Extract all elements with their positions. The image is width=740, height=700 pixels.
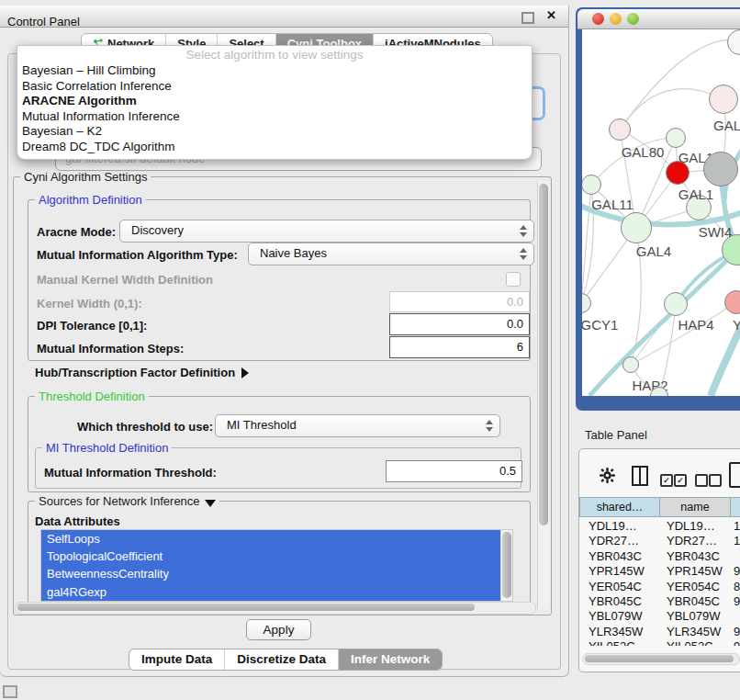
network-node[interactable] [709, 85, 738, 114]
algorithm-placeholder: Select algorithm to view settings [17, 46, 532, 63]
dpi-tolerance-label: DPI Tolerance [0,1]: [37, 319, 147, 333]
zoom-traffic-light[interactable] [627, 13, 639, 25]
attribute-item-selected[interactable]: SelfLoops [41, 530, 505, 548]
network-node[interactable] [666, 128, 686, 148]
stepper-arrows-icon [519, 248, 527, 260]
unchecked-checkbox-icon[interactable] [709, 474, 722, 487]
network-window-titlebar[interactable] [577, 9, 740, 29]
manual-kernel-checkbox[interactable] [506, 272, 521, 287]
mi-type-label: Mutual Information Algorithm Type: [37, 248, 238, 262]
network-node[interactable] [703, 152, 738, 186]
network-node[interactable] [582, 175, 601, 195]
network-node[interactable] [622, 356, 639, 373]
settings-hscrollbar-thumb[interactable] [17, 604, 475, 611]
mi-threshold-group-title: MI Threshold Definition [42, 441, 172, 455]
table-row[interactable]: YBR045CYBR045C9. [579, 594, 740, 609]
mi-threshold-field[interactable]: 0.5 [386, 460, 522, 482]
settings-horizontal-scrollbar[interactable] [15, 602, 536, 615]
float-window-icon[interactable] [521, 12, 534, 24]
table-horizontal-scrollbar[interactable] [582, 653, 740, 665]
kernel-width-field[interactable]: 0.0 [389, 291, 530, 312]
table-row[interactable]: YIL052CYIL052C9. [579, 639, 740, 646]
split-columns-icon[interactable] [632, 466, 648, 486]
network-node-label: GCY1 [582, 317, 618, 333]
apply-button[interactable]: Apply [246, 619, 311, 640]
network-node-label: GAL11 [591, 197, 633, 212]
tab-label: Impute Data [141, 652, 212, 666]
gear-icon[interactable] [600, 468, 615, 487]
network-node[interactable] [621, 212, 652, 243]
table-row[interactable]: YER054CYER054C8. [579, 580, 740, 594]
table-row[interactable]: YBR043CYBR043C [579, 549, 740, 564]
table-rows[interactable]: YDL19…YDL19…13 YDR27…YDR27…12 YBR043CYBR… [579, 519, 740, 646]
hub-section-toggle[interactable]: Hub/Transcription Factor Definition [35, 366, 249, 379]
column-header-cut[interactable] [730, 497, 740, 517]
checked-checkbox-icon[interactable]: ✓ [674, 474, 687, 487]
which-threshold-value: MI Threshold [227, 418, 297, 432]
control-panel-title: Control Panel [7, 15, 80, 28]
dock-panel-icon[interactable] [3, 685, 17, 698]
which-threshold-label: Which threshold to use: [77, 420, 213, 434]
network-view-window: GALGAL80GAL10GAL1GAL11GAL4SWI4GCY1HAP4YH… [576, 7, 740, 411]
mi-steps-value: 6 [517, 340, 523, 354]
sources-group-title[interactable]: Sources for Network Inference [35, 494, 219, 508]
mi-steps-field[interactable]: 6 [389, 336, 530, 358]
network-edges [582, 29, 740, 396]
tab-discretize-data[interactable]: Discretize Data [224, 649, 338, 670]
attribute-list-scrollbar-thumb[interactable] [502, 532, 511, 598]
attribute-list-scrollbar[interactable] [500, 530, 512, 601]
table-row[interactable]: YDL19…YDL19…13 [579, 519, 740, 534]
algorithm-option[interactable]: Mutual Information Inference [17, 109, 532, 125]
table-row[interactable]: YDR27…YDR27…12 [579, 534, 740, 548]
mi-type-value: Naive Bayes [260, 246, 327, 260]
minimize-traffic-light[interactable] [610, 13, 622, 25]
which-threshold-select[interactable]: MI Threshold [215, 414, 500, 437]
column-header-shared-name[interactable]: shared… [579, 497, 659, 517]
dpi-tolerance-field[interactable]: 0.0 [389, 313, 530, 335]
close-icon[interactable]: ✕ [546, 8, 556, 22]
tab-infer-network[interactable]: Infer Network [338, 649, 442, 670]
threshold-definition-title: Threshold Definition [35, 390, 149, 403]
table-row[interactable]: YPR145WYPR145W9. [579, 564, 740, 579]
kernel-width-value: 0.0 [507, 295, 523, 309]
algorithm-option[interactable]: Basic Correlation Inference [17, 79, 532, 95]
table-hscrollbar-thumb[interactable] [585, 655, 734, 662]
aracne-mode-select[interactable]: Discovery [119, 220, 534, 243]
table-row[interactable]: YBL079WYBL079W [579, 609, 740, 624]
network-node[interactable] [609, 119, 631, 141]
checked-checkbox-icon[interactable]: ✓ [660, 474, 673, 487]
column-header-name[interactable]: name [659, 497, 730, 517]
settings-scrollbar-thumb[interactable] [539, 184, 548, 525]
table-header-row: shared… name [579, 497, 740, 517]
dpi-tolerance-value: 0.0 [507, 317, 523, 331]
algorithm-option-highlighted[interactable]: ARACNE Algorithm [17, 94, 532, 109]
aracne-mode-value: Discovery [131, 223, 184, 237]
stepper-arrows-icon [519, 225, 527, 237]
mi-threshold-label: Mutual Information Threshold: [44, 466, 217, 480]
mi-type-select[interactable]: Naive Bayes [248, 243, 534, 265]
attribute-item-selected[interactable]: BetweennessCentrality [41, 565, 505, 582]
attribute-item-selected[interactable]: gal4RGexp [41, 583, 505, 601]
settings-vertical-scrollbar[interactable] [537, 181, 550, 609]
network-node-label: GAL4 [636, 243, 671, 259]
kernel-width-label: Kernel Width (0,1): [37, 297, 142, 310]
mi-threshold-value: 0.5 [499, 464, 516, 478]
algorithm-option[interactable]: Bayesian – K2 [17, 124, 532, 140]
network-node-label: Y [733, 317, 740, 333]
hub-section-label: Hub/Transcription Factor Definition [35, 366, 235, 379]
settings-group-title: Cyni Algorithm Settings [20, 170, 151, 184]
unchecked-checkbox-icon[interactable] [695, 474, 708, 487]
manual-kernel-label: Manual Kernel Width Definition [37, 273, 213, 287]
network-node[interactable] [666, 161, 690, 185]
algorithm-option[interactable]: Dream8 DC_TDC Algorithm [17, 140, 532, 155]
expand-arrow-icon [241, 367, 249, 378]
network-canvas[interactable]: GALGAL80GAL10GAL1GAL11GAL4SWI4GCY1HAP4YH… [582, 29, 740, 396]
close-traffic-light[interactable] [592, 13, 604, 25]
network-node[interactable] [664, 292, 688, 316]
algorithm-option[interactable]: Bayesian – Hill Climbing [17, 63, 532, 79]
tab-impute-data[interactable]: Impute Data [129, 649, 224, 670]
table-row[interactable]: YLR345WYLR345W9. [579, 625, 740, 639]
document-icon[interactable] [729, 462, 740, 488]
control-panel-titlebar[interactable]: Control Panel [0, 6, 568, 28]
attribute-item-selected[interactable]: TopologicalCoefficient [41, 548, 505, 565]
